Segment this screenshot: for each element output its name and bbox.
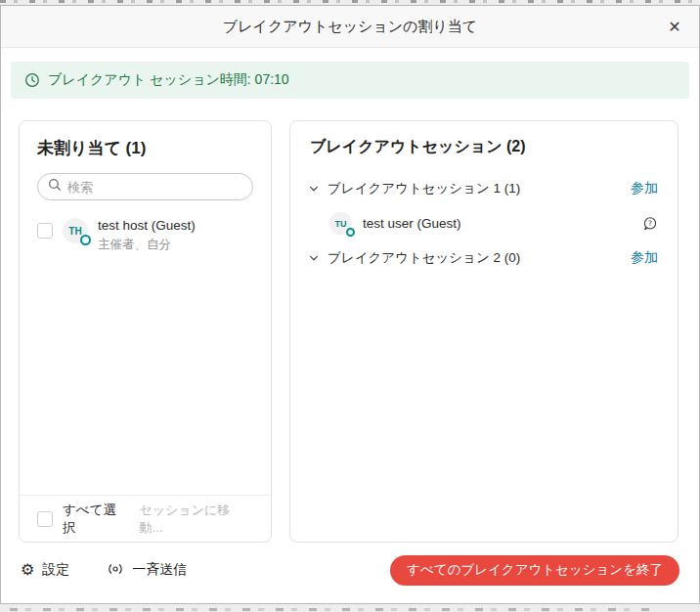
session-1-participant-row[interactable]: TU test user (Guest) ?	[290, 206, 678, 240]
background-window-bottom-sliver	[0, 604, 700, 612]
chevron-down-icon[interactable]	[308, 252, 320, 264]
participant-name: test user (Guest)	[363, 216, 461, 231]
search-icon	[48, 178, 62, 196]
participant-search[interactable]	[37, 173, 253, 200]
end-all-sessions-button[interactable]: すべてのブレイクアウトセッションを終了	[390, 555, 679, 586]
avatar-initials: TH	[68, 226, 81, 237]
move-to-session-button[interactable]: セッションに移動...	[139, 502, 253, 537]
dialog-content: 未割り当て (1) TH test host (Guest)	[1, 99, 699, 543]
close-icon[interactable]: ✕	[660, 12, 689, 41]
audio-status-badge	[80, 235, 91, 245]
sessions-panel: ブレイクアウトセッション (2) ブレイクアウトセッション 1 (1) 参加 T…	[289, 120, 678, 543]
dialog-footer: ⚙ 設定 一斉送信 すべてのブレイクアウトセッションを終了	[1, 543, 699, 603]
unassigned-participant-row[interactable]: TH test host (Guest) 主催者、自分	[20, 216, 271, 253]
sessions-panel-title: ブレイクアウトセッション (2)	[290, 121, 678, 171]
unassigned-panel: 未割り当て (1) TH test host (Guest)	[19, 120, 272, 543]
join-session-1-link[interactable]: 参加	[631, 180, 658, 197]
chevron-down-icon[interactable]	[308, 183, 320, 195]
settings-label: 設定	[42, 561, 69, 579]
session-label: ブレイクアウトセッション 1 (1)	[328, 180, 520, 197]
clock-icon	[24, 72, 40, 88]
join-session-2-link[interactable]: 参加	[631, 249, 658, 267]
breakout-assignment-dialog: ブレイクアウトセッションの割り当て ✕ ブレイクアウト セッション時間: 07:…	[0, 5, 700, 604]
broadcast-label: 一斉送信	[132, 561, 187, 579]
broadcast-icon	[107, 561, 124, 580]
avatar-initials: TU	[335, 219, 347, 229]
audio-status-badge	[346, 228, 355, 237]
avatar: TH	[63, 218, 88, 243]
broadcast-button[interactable]: 一斉送信	[107, 561, 187, 580]
svg-text:?: ?	[648, 219, 652, 228]
search-input[interactable]	[67, 180, 242, 195]
avatar: TU	[329, 212, 352, 235]
participant-meta: test host (Guest) 主催者、自分	[98, 216, 196, 253]
dialog-title: ブレイクアウトセッションの割り当て	[223, 18, 477, 36]
participant-subtitle: 主催者、自分	[98, 236, 196, 253]
select-all-checkbox[interactable]	[37, 511, 53, 527]
spacer	[20, 253, 271, 495]
participant-checkbox[interactable]	[37, 223, 53, 239]
select-all-label: すべて選択	[63, 502, 129, 537]
unassigned-panel-title: 未割り当て (1)	[20, 121, 271, 171]
session-timer-banner: ブレイクアウト セッション時間: 07:10	[11, 62, 689, 99]
participant-name: test host (Guest)	[98, 216, 196, 236]
session-timer-text: ブレイクアウト セッション時間: 07:10	[48, 71, 289, 89]
dialog-header: ブレイクアウトセッションの割り当て ✕	[1, 6, 699, 48]
settings-button[interactable]: ⚙ 設定	[21, 561, 69, 579]
unassigned-panel-footer: すべて選択 セッションに移動...	[20, 495, 271, 542]
session-row-2[interactable]: ブレイクアウトセッション 2 (0) 参加	[290, 240, 678, 276]
session-label: ブレイクアウトセッション 2 (0)	[328, 249, 520, 267]
session-row-1[interactable]: ブレイクアウトセッション 1 (1) 参加	[290, 171, 678, 206]
gear-icon: ⚙	[21, 562, 34, 578]
help-chat-bubble-icon[interactable]: ?	[642, 216, 658, 232]
